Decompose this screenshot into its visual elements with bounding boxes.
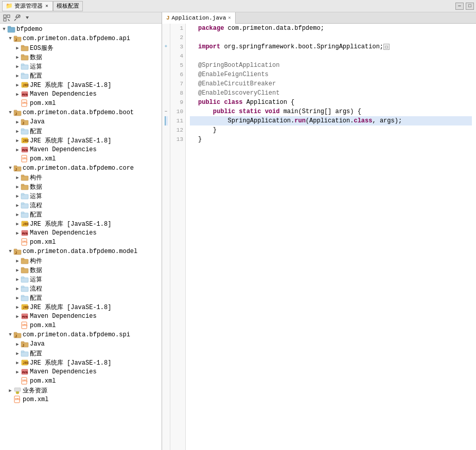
tree-item-flow1[interactable]: ▶ 流程	[0, 201, 162, 210]
tree-item-jre3[interactable]: ▶ JRE JRE 系统库 [JavaSE-1.8]	[0, 219, 162, 228]
arrow-jre4: ▶	[14, 304, 21, 310]
minimize-button[interactable]: ─	[455, 3, 464, 10]
tree-item-bfpdemo[interactable]: ▼ bfpdemo	[0, 25, 162, 34]
tree-item-pom6[interactable]: XML pom.xml	[0, 395, 162, 404]
template-config-tab[interactable]: 模板配置	[53, 1, 83, 11]
arrow-pom2	[14, 156, 21, 162]
svg-rect-26	[14, 110, 17, 112]
tree-item-maven4[interactable]: ▶ MVN Maven Dependencies	[0, 312, 162, 321]
label-config4: 配置	[30, 294, 42, 302]
tree-item-config5[interactable]: ▶ 配置	[0, 349, 162, 358]
resource-manager-tab[interactable]: 📁 资源管理器 ✕	[2, 1, 53, 11]
arrow-config4: ▶	[14, 295, 21, 301]
package-root-icon-spi: J	[13, 331, 22, 339]
tree-item-maven3[interactable]: ▶ MVN Maven Dependencies	[0, 228, 162, 238]
tree-item-jre2[interactable]: ▶ JRE JRE 系统库 [JavaSE-1.8]	[0, 136, 162, 145]
tree-item-config2[interactable]: ▶ 配置	[0, 127, 162, 136]
svg-rect-68	[21, 286, 24, 287]
tree-item-java2[interactable]: ▶ J Java	[0, 339, 162, 349]
svg-rect-65	[21, 278, 28, 282]
tree-item-biz[interactable]: ▶ 业务资源	[0, 386, 162, 395]
tree-item-pom1[interactable]: XML pom.xml	[0, 99, 162, 108]
tree-item-api[interactable]: ▼ J com.primeton.data.bfpdemo.api	[0, 34, 162, 43]
tree-item-maven2[interactable]: ▶ MVN Maven Dependencies	[0, 145, 162, 154]
tree-item-calc3[interactable]: ▶ 运算	[0, 275, 162, 284]
label-config2: 配置	[30, 127, 42, 136]
tree-item-data3[interactable]: ▶ 数据	[0, 265, 162, 275]
editor-tab-close[interactable]: ✕	[228, 15, 231, 21]
arrow-calc2: ▶	[14, 193, 21, 199]
folder-icon-comp1	[21, 173, 29, 182]
tree-item-jre1[interactable]: ▶ JRE JRE 系统库 [JavaSE-1.8]	[0, 80, 162, 89]
svg-rect-42	[21, 176, 28, 181]
xml-icon-3: XML	[21, 238, 29, 246]
collapse-all-button[interactable]	[2, 13, 11, 23]
collapse-marker-line10[interactable]: −	[165, 109, 167, 114]
xml-icon-1: XML	[21, 99, 29, 107]
tree-item-jre5[interactable]: ▶ JRE JRE 系统库 [JavaSE-1.8]	[0, 358, 162, 367]
tree-item-pom5[interactable]: XML pom.xml	[0, 376, 162, 386]
code-line-4	[190, 51, 472, 61]
link-editor-button[interactable]	[12, 13, 22, 23]
tree-item-config1[interactable]: ▶ 配置	[0, 71, 162, 80]
code-line-6: @EnableFeignClients	[190, 70, 472, 79]
code-line-13: }	[190, 135, 472, 144]
maximize-button[interactable]: □	[466, 3, 474, 10]
svg-rect-11	[21, 46, 28, 51]
arrow-pom1	[14, 100, 21, 106]
tree-item-eos[interactable]: ▶ EOS服务	[0, 43, 162, 52]
tree-item-maven5[interactable]: ▶ MVN Maven Dependencies	[0, 367, 162, 376]
code-line-12: }	[190, 125, 472, 135]
tree-item-pom2[interactable]: XML pom.xml	[0, 154, 162, 164]
svg-rect-16	[21, 64, 24, 65]
tree-item-data2[interactable]: ▶ 数据	[0, 182, 162, 191]
tree-container[interactable]: ▼ bfpdemo ▼ J com.primeton.data.bfpdemo.…	[0, 24, 162, 450]
tree-item-comp2[interactable]: ▶ 构件	[0, 256, 162, 265]
project-icon	[7, 25, 15, 33]
package-root-icon-api: J	[13, 34, 22, 43]
tree-item-config4[interactable]: ▶ 配置	[0, 293, 162, 302]
svg-rect-46	[21, 194, 28, 199]
tree-item-config3[interactable]: ▶ 配置	[0, 210, 162, 219]
tree-item-jre4[interactable]: ▶ JRE JRE 系统库 [JavaSE-1.8]	[0, 302, 162, 312]
import-expand-box[interactable]: □	[383, 44, 390, 50]
tree-item-core[interactable]: ▼ J com.primeton.data.bfpdemo.core	[0, 164, 162, 173]
tree-item-calc2[interactable]: ▶ 运算	[0, 191, 162, 201]
folder-icon-data1	[21, 53, 29, 61]
arrow-maven3: ▶	[14, 230, 21, 236]
label-config1: 配置	[30, 71, 42, 80]
svg-point-92	[17, 392, 19, 393]
tree-item-java1[interactable]: ▶ J Java	[0, 117, 162, 127]
svg-rect-67	[21, 287, 28, 292]
label-pom4: pom.xml	[30, 322, 56, 329]
jre-icon-1: JRE	[21, 81, 29, 89]
tree-item-maven1[interactable]: ▶ MVN Maven Dependencies	[0, 89, 162, 99]
svg-text:XML: XML	[22, 240, 28, 244]
tree-item-calc1[interactable]: ▶ 运算	[0, 62, 162, 71]
svg-text:MVN: MVN	[22, 371, 28, 374]
tree-item-pom4[interactable]: XML pom.xml	[0, 321, 162, 330]
expand-marker-line3[interactable]: +	[165, 44, 167, 49]
svg-text:XML: XML	[22, 379, 28, 383]
svg-rect-61	[21, 259, 28, 264]
editor-tab-application[interactable]: J Application.java ✕	[162, 12, 236, 24]
maven-icon-2: MVN	[21, 146, 29, 154]
arrow-core: ▼	[7, 165, 13, 171]
view-menu-button[interactable]	[23, 13, 32, 23]
editor-tab-label: Application.java	[172, 15, 226, 21]
line-numbers: 1 2 3 4 5 6 7 8 9 10 11 12 13	[170, 24, 186, 450]
tree-item-spi[interactable]: ▼ J com.primeton.data.bfpdemo.spi	[0, 330, 162, 339]
svg-text:JRE: JRE	[23, 361, 29, 365]
tree-item-data1[interactable]: ▶ 数据	[0, 52, 162, 62]
arrow-data3: ▶	[14, 267, 21, 273]
tree-item-pom3[interactable]: XML pom.xml	[0, 238, 162, 247]
tree-item-flow2[interactable]: ▶ 流程	[0, 284, 162, 293]
svg-rect-69	[21, 296, 28, 301]
folder2-icon-calc2	[21, 192, 29, 200]
folder-icon-comp2	[21, 257, 29, 265]
label-comp1: 构件	[30, 173, 42, 182]
resource-manager-close[interactable]: ✕	[44, 4, 49, 9]
tree-item-boot[interactable]: ▼ J com.primeton.data.bfpdemo.boot	[0, 108, 162, 117]
tree-item-model[interactable]: ▼ J com.primeton.data.bfpdemo.model	[0, 247, 162, 256]
tree-item-comp1[interactable]: ▶ 构件	[0, 173, 162, 182]
